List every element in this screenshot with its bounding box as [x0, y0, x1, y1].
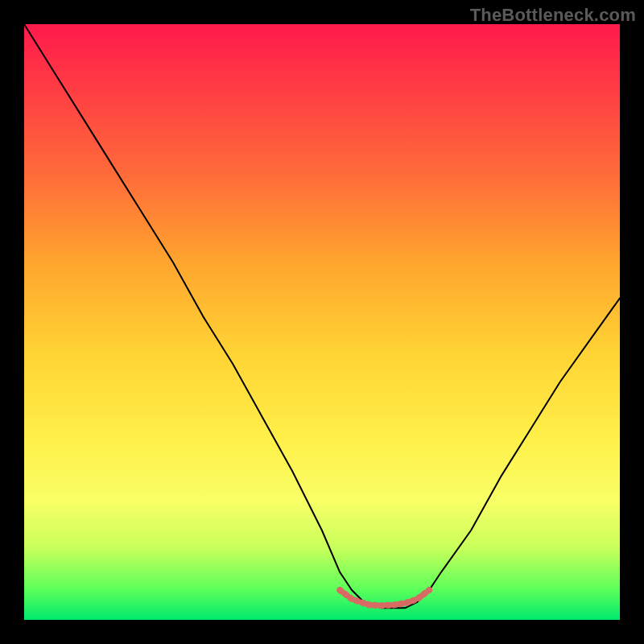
curve-svg	[24, 24, 620, 620]
watermark-text: TheBottleneck.com	[470, 5, 636, 26]
chart-frame: TheBottleneck.com	[0, 0, 644, 644]
bottleneck-curve	[24, 24, 620, 608]
plot-area	[24, 24, 620, 620]
